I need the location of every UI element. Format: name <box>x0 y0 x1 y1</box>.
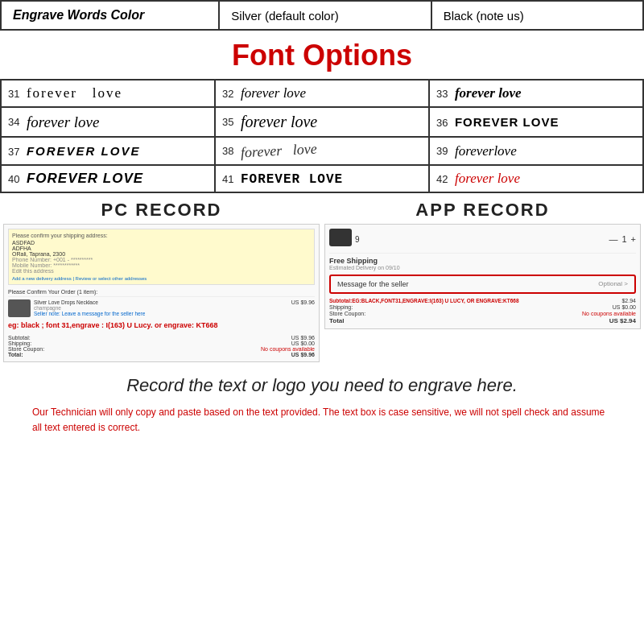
minus-icon[interactable]: — <box>609 234 617 244</box>
font-sample-34: forever love <box>27 114 100 130</box>
pc-record-title: PC RECORD <box>3 200 320 221</box>
font-number-40: 40 <box>8 173 19 185</box>
app-message-box[interactable]: Message for the seller Optional > <box>329 275 636 294</box>
font-number-33: 33 <box>436 88 448 100</box>
pc-subtotal-block: Subtotal: US $9.96 Shipping: US $0.00 St… <box>8 335 315 357</box>
font-sample-38: forever love <box>240 141 317 162</box>
app-coupon-label: Store Coupon: <box>329 311 365 316</box>
pc-shipping-label2: Shipping: <box>8 341 31 346</box>
pc-subtotal-label: Subtotal: <box>8 335 31 341</box>
app-optional-label: Optional > <box>598 280 628 288</box>
font-cell-39: 39 foreverlove <box>429 137 643 165</box>
font-number-37: 37 <box>8 146 19 158</box>
record-instruction: Record the text or logo you need to engr… <box>0 365 644 402</box>
font-sample-41: FOREVER LOVE <box>241 171 343 186</box>
app-subtotal-val: $2.94 <box>621 298 636 303</box>
font-cell-32: 32 forever love <box>215 80 429 107</box>
app-product-thumb <box>329 229 352 246</box>
technician-note: Our Technician will only copy and paste … <box>0 402 644 439</box>
color-table: Engrave Words Color Silver (default colo… <box>0 0 644 31</box>
pc-coupon-label: Store Coupon: <box>8 346 44 352</box>
font-cell-40: 40 FOREVER LOVE <box>1 165 215 192</box>
font-number-38: 38 <box>222 145 233 157</box>
font-cell-34: 34 forever love <box>1 107 215 137</box>
app-coupon-row: Store Coupon: No coupons available <box>329 311 636 316</box>
app-total-val: US $2.94 <box>609 317 636 324</box>
app-coupon-val: No coupons available <box>582 311 636 316</box>
font-sample-40: FOREVER LOVE <box>27 171 143 186</box>
font-number-42: 42 <box>436 173 448 185</box>
app-message-label: Message for the seller <box>337 280 409 288</box>
app-total-label: Total <box>329 317 345 324</box>
font-number-32: 32 <box>222 88 233 100</box>
pc-item-desc: Silver Love Drops Necklace champagne Sel… <box>34 299 291 316</box>
pc-subtotal-row: Subtotal: US $9.96 <box>8 335 315 341</box>
pc-product-thumb <box>8 299 31 317</box>
app-total-row: Total US $2.94 <box>329 317 636 324</box>
pc-shipping-val: US $0.00 <box>291 341 315 346</box>
font-sample-31: forever love <box>27 85 122 101</box>
app-product-row: 9 — 1 + <box>329 229 636 250</box>
app-quantity: 1 <box>621 234 626 244</box>
pc-address-link: Add a new delivery address | Review or s… <box>12 276 311 281</box>
font-number-41: 41 <box>222 173 233 185</box>
font-cell-42: 42 forever love <box>429 165 643 192</box>
font-options-heading: Font Options <box>0 31 644 79</box>
font-sample-32: forever love <box>241 85 306 101</box>
bottom-section: PC RECORD Please confirm your shipping a… <box>0 193 644 365</box>
pc-address: ASDFADADFHAORali, Taprana, 2300Phone Num… <box>12 240 311 274</box>
color-silver: Silver (default color) <box>219 1 431 30</box>
pc-screenshot: Please confirm your shipping address: AS… <box>3 224 320 362</box>
app-record: APP RECORD 9 — 1 + Free Shipping Estimat… <box>324 200 641 362</box>
pc-order-item: Silver Love Drops Necklace champagne Sel… <box>8 299 315 317</box>
pc-record: PC RECORD Please confirm your shipping a… <box>3 200 320 362</box>
font-sample-35: forever love <box>241 113 317 130</box>
font-sample-36: FOREVER LOVE <box>455 116 559 130</box>
font-table: 31 forever love 32 forever love 33 forev… <box>0 79 644 193</box>
font-number-31: 31 <box>8 88 19 100</box>
app-subtotal-block: Subtotal:EG:BLACK,FONT31,ENGRAVE:I(163) … <box>329 298 636 324</box>
font-number-35: 35 <box>222 116 233 128</box>
app-shipping-row2: Shipping: US $0.00 <box>329 304 636 310</box>
font-cell-38: 38 forever love <box>215 137 429 165</box>
pc-total-row: Total: US $9.96 <box>8 352 315 357</box>
pc-shipping-label: Please confirm your shipping address: <box>12 233 311 238</box>
pc-shipping-block: Please confirm your shipping address: AS… <box>8 229 315 285</box>
pc-item-price: US $9.96 <box>291 299 315 305</box>
font-cell-33: 33 forever love <box>429 80 643 107</box>
font-number-36: 36 <box>436 117 448 129</box>
pc-shipping-row: Shipping: US $0.00 <box>8 341 315 346</box>
font-sample-42: forever love <box>455 171 520 186</box>
plus-icon[interactable]: + <box>631 234 636 244</box>
font-sample-39: foreverlove <box>455 143 517 159</box>
pc-coupon-row: Store Coupon: No coupons available <box>8 346 315 352</box>
pc-total-val: US $9.96 <box>291 352 315 357</box>
font-cell-36: 36 FOREVER LOVE <box>429 107 643 137</box>
pc-coupon-val: No coupons available <box>261 346 315 352</box>
app-subtotal-label: Subtotal:EG:BLACK,FONT31,ENGRAVE:I(163) … <box>329 298 621 303</box>
pc-total-label: Total: <box>8 352 23 357</box>
pc-order-header: Please Confirm Your Order (1 item): <box>8 287 315 297</box>
app-shipping-label: Free Shipping <box>329 257 636 265</box>
app-quantity-control: — 1 + <box>609 234 636 244</box>
app-shipping-val: US $0.00 <box>613 304 636 310</box>
font-cell-31: 31 forever love <box>1 80 215 107</box>
pc-red-example: eg: black ; font 31,engrave : I(163) U L… <box>8 320 315 331</box>
app-shipping-label2: Shipping: <box>329 304 353 310</box>
app-record-title: APP RECORD <box>324 200 641 221</box>
app-subtotal-row: Subtotal:EG:BLACK,FONT31,ENGRAVE:I(163) … <box>329 298 636 303</box>
font-sample-37: FOREVER LOVE <box>27 145 141 159</box>
app-screenshot: 9 — 1 + Free Shipping Estimated Delivery… <box>324 224 641 329</box>
font-number-34: 34 <box>8 116 19 128</box>
font-cell-35: 35 forever love <box>215 107 429 137</box>
pc-subtotal-val: US $9.96 <box>291 335 315 341</box>
color-black: Black (note us) <box>431 1 643 30</box>
font-cell-37: 37 FOREVER LOVE <box>1 137 215 165</box>
app-product-info: 9 <box>355 235 609 244</box>
app-delivery-label: Estimated Delivery on 09/10 <box>329 265 636 270</box>
color-table-header: Engrave Words Color <box>1 1 219 30</box>
font-number-39: 39 <box>436 145 448 157</box>
font-cell-41: 41 FOREVER LOVE <box>215 165 429 192</box>
font-sample-33: forever love <box>455 85 522 101</box>
app-shipping-row: Free Shipping Estimated Delivery on 09/1… <box>329 253 636 270</box>
